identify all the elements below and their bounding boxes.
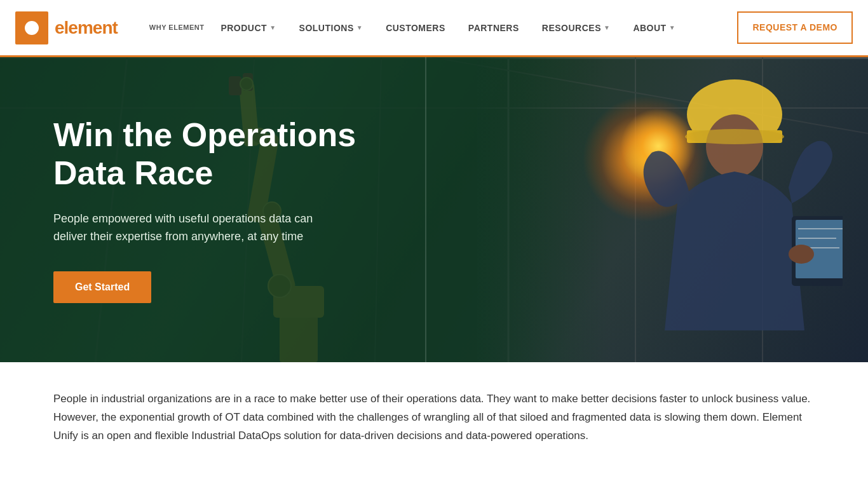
nav-item-product[interactable]: PRODUCT ▼ bbox=[209, 0, 287, 57]
hero-subtitle: People empowered with useful operations … bbox=[53, 210, 333, 246]
logo-link[interactable]: element bbox=[15, 11, 118, 44]
logo-text: element bbox=[55, 18, 118, 38]
logo-square bbox=[15, 11, 48, 44]
svg-point-29 bbox=[685, 129, 784, 144]
worker-svg bbox=[601, 64, 843, 362]
body-section: People in industrial organizations are i… bbox=[0, 362, 868, 476]
about-dropdown-arrow: ▼ bbox=[669, 24, 675, 31]
hero-title: Win the Operations Data Race bbox=[53, 116, 375, 193]
hero-section: Win the Operations Data Race People empo… bbox=[0, 57, 868, 362]
logo-icon bbox=[25, 21, 39, 35]
svg-point-28 bbox=[789, 245, 814, 264]
why-element-link[interactable]: WHY ELEMENT bbox=[149, 24, 205, 32]
nav-item-solutions[interactable]: SOLUTIONS ▼ bbox=[288, 0, 375, 57]
nav-item-about[interactable]: ABOUT ▼ bbox=[621, 0, 687, 57]
nav-item-resources[interactable]: RESOURCES ▼ bbox=[531, 0, 622, 57]
svg-point-22 bbox=[706, 114, 763, 178]
header: element WHY ELEMENT PRODUCT ▼ SOLUTIONS … bbox=[0, 0, 868, 57]
hero-divider bbox=[425, 57, 426, 362]
nav-item-customers[interactable]: CUSTOMERS bbox=[374, 0, 457, 57]
body-paragraph: People in industrial organizations are i… bbox=[53, 390, 815, 445]
main-nav: PRODUCT ▼ SOLUTIONS ▼ CUSTOMERS PARTNERS… bbox=[209, 0, 737, 57]
request-demo-button[interactable]: REQUEST A DEMO bbox=[737, 11, 853, 43]
get-started-button[interactable]: Get Started bbox=[53, 271, 151, 303]
resources-dropdown-arrow: ▼ bbox=[604, 24, 610, 31]
product-dropdown-arrow: ▼ bbox=[269, 24, 276, 31]
hero-content: Win the Operations Data Race People empo… bbox=[0, 57, 413, 362]
nav-item-partners[interactable]: PARTNERS bbox=[457, 0, 531, 57]
hero-mid-overlay bbox=[477, 57, 607, 362]
solutions-dropdown-arrow: ▼ bbox=[356, 24, 363, 31]
